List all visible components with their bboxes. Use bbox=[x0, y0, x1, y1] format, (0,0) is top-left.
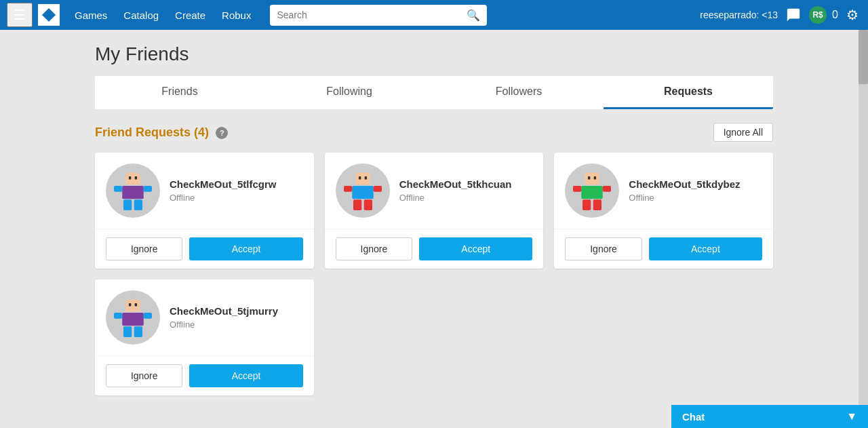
svg-rect-17 bbox=[364, 176, 367, 179]
avatar-svg-1 bbox=[339, 167, 387, 214]
roblox-logo-diamond bbox=[42, 8, 56, 22]
svg-rect-33 bbox=[134, 326, 142, 337]
robux-count: 0 bbox=[832, 9, 838, 21]
card-user-info-2: CheckMeOut_5tkdybez Offline bbox=[629, 178, 740, 203]
search-bar: 🔍 bbox=[270, 5, 487, 26]
card-status-2: Offline bbox=[629, 193, 740, 203]
accept-button-3[interactable]: Accept bbox=[189, 364, 302, 387]
card-username-0: CheckMeOut_5tlfcgrw bbox=[170, 178, 277, 190]
avatar-svg-0 bbox=[109, 167, 157, 214]
svg-rect-15 bbox=[363, 199, 372, 210]
tab-following[interactable]: Following bbox=[264, 76, 434, 109]
svg-rect-35 bbox=[135, 303, 138, 306]
page-title: My Friends bbox=[95, 43, 773, 65]
username-display: reeseparrado: <13 bbox=[700, 9, 778, 20]
friend-card-1: CheckMeOut_5tkhcuan Offline Ignore Accep… bbox=[325, 153, 544, 269]
svg-rect-5 bbox=[123, 199, 132, 210]
card-user-info-3: CheckMeOut_5tjmurry Offline bbox=[170, 305, 278, 330]
card-username-1: CheckMeOut_5tkhcuan bbox=[399, 178, 512, 190]
card-info-3: CheckMeOut_5tjmurry Offline bbox=[95, 279, 314, 355]
main-content: My Friends Friends Following Followers R… bbox=[0, 30, 868, 428]
svg-rect-8 bbox=[135, 176, 138, 179]
section-title-area: Friend Requests (4) ? bbox=[95, 125, 228, 140]
tab-friends[interactable]: Friends bbox=[95, 76, 264, 109]
card-info-2: CheckMeOut_5tkdybez Offline bbox=[554, 153, 773, 229]
scrollbar[interactable] bbox=[859, 30, 868, 428]
card-user-info-0: CheckMeOut_5tlfcgrw Offline bbox=[170, 178, 277, 203]
card-actions-1: Ignore Accept bbox=[325, 229, 544, 269]
notifications-button[interactable] bbox=[783, 5, 804, 25]
card-username-2: CheckMeOut_5tkdybez bbox=[629, 178, 740, 190]
ignore-button-2[interactable]: Ignore bbox=[565, 237, 642, 260]
card-actions-3: Ignore Accept bbox=[95, 355, 314, 395]
svg-rect-32 bbox=[123, 326, 132, 337]
card-status-1: Offline bbox=[399, 193, 512, 203]
svg-rect-21 bbox=[573, 186, 581, 192]
card-status-0: Offline bbox=[170, 193, 277, 203]
avatar-1 bbox=[336, 163, 390, 218]
ignore-button-0[interactable]: Ignore bbox=[106, 237, 182, 260]
search-button[interactable]: 🔍 bbox=[460, 5, 487, 26]
svg-rect-7 bbox=[129, 176, 132, 179]
svg-rect-13 bbox=[373, 186, 381, 192]
avatar-3 bbox=[106, 290, 160, 345]
avatar-2 bbox=[565, 163, 619, 218]
svg-rect-20 bbox=[582, 186, 604, 199]
svg-rect-25 bbox=[588, 176, 591, 179]
accept-button-0[interactable]: Accept bbox=[189, 237, 302, 260]
friend-card-0: CheckMeOut_5tlfcgrw Offline Ignore Accep… bbox=[95, 153, 314, 269]
tab-requests[interactable]: Requests bbox=[604, 76, 773, 109]
card-status-3: Offline bbox=[170, 319, 278, 330]
svg-rect-4 bbox=[144, 186, 152, 192]
accept-button-2[interactable]: Accept bbox=[649, 237, 762, 260]
svg-rect-2 bbox=[122, 186, 144, 199]
ignore-all-button[interactable]: Ignore All bbox=[713, 123, 773, 142]
svg-rect-19 bbox=[585, 173, 599, 185]
svg-rect-24 bbox=[593, 199, 601, 210]
accept-button-1[interactable]: Accept bbox=[419, 237, 532, 260]
roblox-logo[interactable] bbox=[38, 4, 60, 26]
card-info-0: CheckMeOut_5tlfcgrw Offline bbox=[95, 153, 314, 229]
svg-rect-28 bbox=[126, 300, 140, 312]
robux-icon: R$ bbox=[809, 6, 827, 24]
nav-link-games[interactable]: Games bbox=[68, 7, 114, 24]
svg-rect-14 bbox=[353, 199, 361, 210]
card-username-3: CheckMeOut_5tjmurry bbox=[170, 305, 278, 317]
ignore-button-3[interactable]: Ignore bbox=[106, 364, 182, 387]
search-input[interactable] bbox=[270, 5, 460, 24]
nav-link-catalog[interactable]: Catalog bbox=[117, 7, 165, 24]
nav-right-section: reeseparrado: <13 R$ 0 ⚙ bbox=[700, 4, 861, 26]
section-header: Friend Requests (4) ? Ignore All bbox=[95, 123, 773, 142]
avatar-svg-2 bbox=[568, 167, 616, 214]
svg-rect-34 bbox=[129, 303, 132, 306]
settings-button[interactable]: ⚙ bbox=[844, 4, 861, 26]
tab-followers[interactable]: Followers bbox=[434, 76, 604, 109]
friend-card-2: CheckMeOut_5tkdybez Offline Ignore Accep… bbox=[554, 153, 773, 269]
svg-rect-6 bbox=[134, 199, 142, 210]
svg-rect-31 bbox=[144, 313, 152, 319]
svg-rect-30 bbox=[114, 313, 122, 319]
hamburger-menu-button[interactable]: ☰ bbox=[7, 3, 33, 27]
svg-rect-12 bbox=[344, 186, 352, 192]
svg-rect-1 bbox=[126, 173, 140, 185]
friend-requests-grid: CheckMeOut_5tlfcgrw Offline Ignore Accep… bbox=[95, 153, 773, 395]
navbar: ☰ Games Catalog Create Robux 🔍 reeseparr… bbox=[0, 0, 868, 30]
nav-link-robux[interactable]: Robux bbox=[215, 7, 258, 24]
svg-rect-29 bbox=[122, 313, 144, 326]
info-icon[interactable]: ? bbox=[216, 127, 228, 139]
chat-icon bbox=[786, 7, 801, 22]
svg-rect-23 bbox=[583, 199, 591, 210]
svg-rect-16 bbox=[359, 176, 361, 179]
nav-link-create[interactable]: Create bbox=[168, 7, 212, 24]
scrollbar-thumb[interactable] bbox=[859, 30, 868, 84]
tabs-container: Friends Following Followers Requests bbox=[95, 76, 773, 109]
chat-bar-label: Chat bbox=[682, 411, 705, 423]
card-user-info-1: CheckMeOut_5tkhcuan Offline bbox=[399, 178, 512, 203]
card-actions-0: Ignore Accept bbox=[95, 229, 314, 269]
chat-bar-arrow-icon: ▼ bbox=[846, 410, 857, 423]
avatar-svg-3 bbox=[109, 294, 157, 341]
chat-bar[interactable]: Chat ▼ bbox=[671, 405, 868, 428]
ignore-button-1[interactable]: Ignore bbox=[336, 237, 412, 260]
svg-rect-22 bbox=[603, 186, 611, 192]
nav-links: Games Catalog Create Robux bbox=[68, 7, 258, 24]
